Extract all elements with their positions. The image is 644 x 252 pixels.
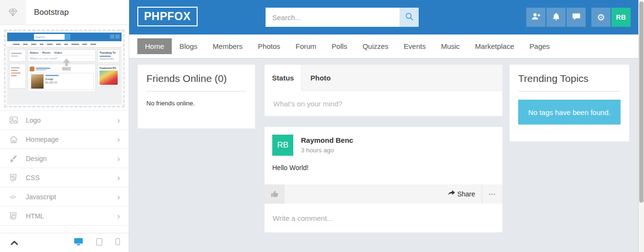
site-preview-main: PHPFOX: [129, 0, 638, 252]
share-button[interactable]: Share: [448, 190, 475, 198]
header-search: [266, 8, 419, 27]
brush-icon: [10, 155, 22, 162]
sidebar-item-label: Javascript: [26, 193, 117, 201]
ellipsis-icon: •••: [489, 191, 496, 197]
tab-status[interactable]: Status: [265, 65, 302, 91]
site-header: PHPFOX: [129, 0, 638, 34]
app-root: Bootstrap Search...: [0, 0, 644, 252]
collapse-sidebar-button[interactable]: [11, 239, 18, 247]
nav-item-photos[interactable]: Photos: [250, 38, 288, 54]
tab-photo[interactable]: Photo: [302, 65, 339, 91]
sidebar-item-label: Logo: [26, 116, 117, 124]
sidebar-item-label: HTML: [26, 212, 117, 220]
nav-item-pages[interactable]: Pages: [522, 38, 558, 54]
upload-icon: [59, 58, 74, 73]
friends-empty-text: No friends online.: [146, 100, 246, 107]
feed-column: Status Photo RB Raymond Benc 3 hours ago: [265, 65, 502, 232]
sidebar-item-label: CSS: [26, 174, 117, 182]
mini-search-input: Search...: [34, 34, 70, 40]
comment-input-area: [265, 204, 502, 232]
mini-dog-photo: [31, 74, 44, 89]
mini-trending-title: Trending To: [100, 51, 118, 54]
user-avatar-button[interactable]: RB: [611, 8, 631, 27]
sidebar-item-homepage[interactable]: Homepage ›: [0, 130, 129, 149]
post-header: RB Raymond Benc 3 hours ago: [265, 127, 502, 156]
sidebar-item-javascript[interactable]: </> Javascript ›: [0, 187, 129, 206]
post-author-name[interactable]: Raymond Benc: [301, 136, 353, 144]
nav-item-blogs[interactable]: Blogs: [172, 38, 205, 54]
mini-nav-bar: [7, 41, 122, 47]
messages-button[interactable]: [566, 8, 586, 27]
chevron-right-icon: ›: [117, 135, 120, 144]
notifications-button[interactable]: [546, 8, 566, 27]
chat-icon: [572, 13, 580, 22]
chevron-right-icon: ›: [117, 173, 120, 182]
share-arrow-icon: [448, 190, 455, 198]
nav-item-quizzes[interactable]: Quizzes: [355, 38, 396, 54]
phone-icon: [115, 238, 120, 247]
image-icon: [10, 116, 22, 124]
theme-editor-menu: Logo › Homepage › Design ›: [0, 110, 129, 226]
desktop-preview-button[interactable]: [74, 238, 83, 248]
mini-right-column: Trending To Featured Ph: [98, 49, 120, 94]
comment-input[interactable]: [265, 204, 502, 232]
like-button[interactable]: [265, 184, 285, 204]
sidebar-item-logo[interactable]: Logo ›: [0, 111, 129, 130]
mini-tab-status: Status: [30, 51, 38, 54]
settings-button[interactable]: ⚙: [591, 8, 611, 27]
nav-item-home[interactable]: Home: [137, 38, 172, 54]
nav-item-music[interactable]: Music: [433, 38, 467, 54]
scrollbar-thumb[interactable]: [639, 1, 644, 203]
nav-item-events[interactable]: Events: [396, 38, 433, 54]
friend-requests-button[interactable]: [526, 8, 545, 27]
composer-tabs: Status Photo: [265, 65, 502, 91]
trending-empty-message: No tags have been found.: [518, 100, 621, 125]
mini-search-placeholder: Search...: [35, 35, 47, 38]
mini-product-card: Corgi $1,000.00: [30, 73, 94, 90]
header-buttons: ⚙ RB: [525, 8, 631, 27]
chevron-right-icon: ›: [117, 154, 120, 163]
share-label: Share: [457, 190, 475, 198]
mini-site-preview: Search...: [7, 33, 122, 104]
chevron-right-icon: ›: [117, 115, 120, 125]
search-button[interactable]: [400, 8, 419, 27]
nav-item-members[interactable]: Members: [205, 38, 251, 54]
main-navigation: Home Blogs Members Photos Forum Polls Qu…: [129, 34, 638, 58]
trending-topics-panel: Trending Topics No tags have been found.: [510, 65, 629, 141]
page-content: Friends Online (0) No friends online. St…: [129, 58, 638, 252]
chevron-right-icon: ›: [117, 192, 120, 201]
phpfox-logo[interactable]: PHPFOX: [137, 7, 198, 26]
nav-item-marketplace[interactable]: Marketplace: [467, 38, 522, 54]
mini-tab-video: Video: [54, 51, 62, 54]
mini-header-bar: Search...: [7, 33, 122, 41]
gem-icon: [0, 0, 26, 24]
status-input[interactable]: [265, 91, 502, 116]
nav-item-polls[interactable]: Polls: [324, 38, 355, 54]
post-timestamp: 3 hours ago: [301, 147, 353, 154]
search-icon: [405, 12, 413, 22]
html-shield-icon: [10, 212, 22, 220]
home-icon: [10, 136, 22, 143]
sidebar-header: Bootstrap: [0, 0, 129, 25]
tablet-icon: [96, 238, 102, 248]
post-more-button[interactable]: •••: [482, 191, 502, 197]
phone-preview-button[interactable]: [115, 238, 120, 247]
composer-input-area: [265, 91, 502, 116]
chevron-up-icon: [11, 239, 18, 247]
tablet-preview-button[interactable]: [96, 238, 102, 248]
post-meta: Raymond Benc 3 hours ago: [301, 135, 353, 156]
desktop-icon: [74, 238, 83, 248]
mini-post-avatar: [30, 67, 34, 71]
gear-icon: ⚙: [597, 12, 605, 23]
sidebar-item-design[interactable]: Design ›: [0, 149, 129, 168]
sidebar-item-html[interactable]: HTML ›: [0, 206, 129, 226]
nav-item-forum[interactable]: Forum: [288, 38, 324, 54]
post-body-text: Hello World!: [265, 156, 502, 184]
trending-topics-title: Trending Topics: [518, 73, 621, 84]
theme-preview-thumbnail[interactable]: Search...: [4, 30, 124, 107]
search-input[interactable]: [266, 8, 400, 27]
mini-tab-photo: Photo: [42, 51, 50, 54]
post-author-avatar[interactable]: RB: [272, 135, 293, 156]
vertical-scrollbar[interactable]: [638, 0, 644, 252]
sidebar-item-css[interactable]: CSS ›: [0, 168, 129, 187]
